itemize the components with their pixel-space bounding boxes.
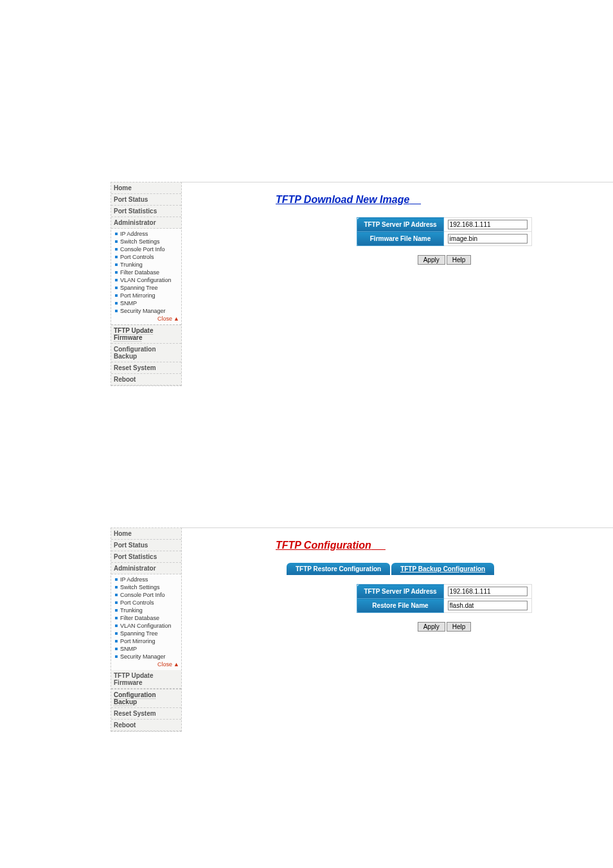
apply-button[interactable]: Apply [418,255,445,265]
apply-button[interactable]: Apply [418,622,445,632]
admin-item-switch-settings[interactable]: Switch Settings [111,583,181,591]
admin-item-port-mirroring[interactable]: Port Mirroring [111,637,181,645]
admin-item-spanning-tree[interactable]: Spanning Tree [111,284,181,292]
tab-backup[interactable]: TFTP Backup Configuration [391,563,494,575]
sidebar-reset-system[interactable]: Reset System [111,708,181,720]
sidebar-port-statistics[interactable]: Port Statistics [111,551,181,563]
admin-label: Security Manager [120,653,166,660]
input-restore-file[interactable] [448,601,528,610]
admin-item-console-port-info[interactable]: Console Port Info [111,591,181,599]
admin-item-vlan-configuration[interactable]: VLAN Configuration [111,276,181,284]
admin-label: Spanning Tree [120,630,158,637]
sidebar: Home Port Status Port Statistics Adminis… [111,182,182,386]
admin-submenu: IP Address Switch Settings Console Port … [111,574,181,670]
bullet-icon [115,302,118,305]
admin-label: Console Port Info [120,592,165,598]
admin-label: VLAN Configuration [120,277,172,283]
bullet-icon [115,294,118,297]
bullet-icon [115,609,118,612]
bullet-icon [115,310,118,312]
form-row-firmware-file: Firmware File Name [357,232,531,246]
admin-item-trunking[interactable]: Trunking [111,261,181,269]
sidebar-home[interactable]: Home [111,528,181,540]
admin-close[interactable]: Close [157,661,172,668]
form-row-restore-file: Restore File Name [357,599,531,613]
label-server-ip: TFTP Server IP Address [357,585,443,599]
button-row: ApplyHelp [417,255,472,265]
form-row-server-ip: TFTP Server IP Address [357,218,531,232]
sidebar-administrator[interactable]: Administrator [111,217,181,229]
admin-item-snmp[interactable]: SNMP [111,299,181,307]
admin-item-port-controls[interactable]: Port Controls [111,253,181,261]
tab-row: TFTP Restore Configuration TFTP Backup C… [287,563,613,575]
bullet-icon [115,594,118,596]
admin-item-ip-address[interactable]: IP Address [111,230,181,238]
input-firmware-file[interactable] [448,234,528,244]
input-server-ip[interactable] [448,587,528,596]
admin-item-filter-database[interactable]: Filter Database [111,614,181,622]
close-icon: ▲ [173,661,179,668]
admin-item-trunking[interactable]: Trunking [111,607,181,614]
admin-label: IP Address [120,576,148,583]
bullet-icon [115,287,118,289]
bullet-icon [115,263,118,266]
sidebar-configuration-backup[interactable]: Configuration Backup [111,689,181,708]
admin-label: Spanning Tree [120,285,158,291]
form-table: TFTP Server IP Address Firmware File Nam… [357,217,531,246]
admin-close-row: Close▲ [111,315,181,323]
admin-label: Port Controls [120,254,154,260]
bullet-icon [115,640,118,642]
admin-item-filter-database[interactable]: Filter Database [111,269,181,276]
admin-item-switch-settings[interactable]: Switch Settings [111,238,181,245]
admin-label: VLAN Configuration [120,623,172,629]
admin-item-security-manager[interactable]: Security Manager [111,307,181,315]
admin-item-console-port-info[interactable]: Console Port Info [111,245,181,253]
sidebar-configuration-backup[interactable]: Configuration Backup [111,344,181,362]
admin-item-spanning-tree[interactable]: Spanning Tree [111,630,181,637]
bullet-icon [115,655,118,658]
admin-submenu: IP Address Switch Settings Console Port … [111,229,181,324]
admin-item-vlan-configuration[interactable]: VLAN Configuration [111,622,181,630]
screenshot-tftp-configuration: Home Port Status Port Statistics Adminis… [111,527,613,732]
admin-label: SNMP [120,300,137,306]
admin-item-ip-address[interactable]: IP Address [111,576,181,583]
bullet-icon [115,240,118,243]
admin-label: Trunking [120,261,143,268]
admin-label: Security Manager [120,308,166,314]
admin-label: Filter Database [120,269,159,276]
help-button[interactable]: Help [447,255,472,265]
tab-restore[interactable]: TFTP Restore Configuration [287,563,390,575]
sidebar-home[interactable]: Home [111,182,181,194]
sidebar-reboot[interactable]: Reboot [111,720,181,731]
label-firmware-file: Firmware File Name [357,232,443,246]
admin-close[interactable]: Close [157,315,172,322]
sidebar-administrator[interactable]: Administrator [111,563,181,574]
sidebar-tftp-update-firmware[interactable]: TFTP Update Firmware [111,670,181,689]
admin-item-snmp[interactable]: SNMP [111,645,181,653]
admin-label: Port Mirroring [120,638,155,644]
label-server-ip: TFTP Server IP Address [357,218,443,232]
form-row-server-ip: TFTP Server IP Address [357,585,531,599]
sidebar-tftp-update-firmware[interactable]: TFTP Update Firmware [111,324,181,344]
admin-item-port-mirroring[interactable]: Port Mirroring [111,292,181,299]
admin-item-port-controls[interactable]: Port Controls [111,599,181,607]
bullet-icon [115,578,118,581]
bullet-icon [115,648,118,650]
sidebar-port-status[interactable]: Port Status [111,194,181,206]
sidebar-reboot[interactable]: Reboot [111,374,181,385]
sidebar-port-statistics[interactable]: Port Statistics [111,206,181,217]
sidebar: Home Port Status Port Statistics Adminis… [111,527,182,732]
bullet-icon [115,617,118,619]
screenshot-tftp-download: Home Port Status Port Statistics Adminis… [111,182,613,386]
bullet-icon [115,601,118,604]
bullet-icon [115,233,118,235]
admin-label: Switch Settings [120,238,160,245]
bullet-icon [115,624,118,627]
admin-item-security-manager[interactable]: Security Manager [111,653,181,660]
main-content: TFTP Configuration TFTP Restore Configur… [182,527,613,732]
bullet-icon [115,279,118,281]
sidebar-port-status[interactable]: Port Status [111,540,181,551]
sidebar-reset-system[interactable]: Reset System [111,362,181,374]
help-button[interactable]: Help [447,622,472,632]
input-server-ip[interactable] [448,220,528,229]
